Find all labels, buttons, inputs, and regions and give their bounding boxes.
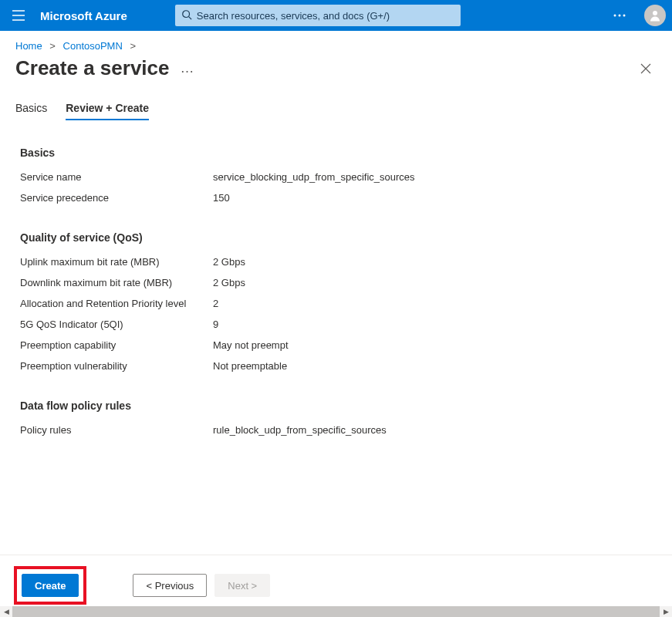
arp-label: Allocation and Retention Priority level: [20, 298, 213, 309]
breadcrumb-home[interactable]: Home: [15, 40, 42, 52]
fiveqi-label: 5G QoS Indicator (5QI): [20, 319, 213, 330]
scroll-left-icon[interactable]: ◀: [0, 606, 12, 617]
kv-row: Downlink maximum bit rate (MBR) 2 Gbps: [20, 277, 652, 288]
service-precedence-label: Service precedence: [20, 192, 213, 204]
preempt-cap-value: May not preempt: [213, 339, 289, 351]
topbar-more-icon[interactable]: [607, 3, 632, 28]
azure-topbar: Microsoft Azure: [0, 0, 672, 31]
service-name-label: Service name: [20, 171, 213, 183]
preempt-vul-value: Not preemptable: [213, 360, 287, 372]
uplink-mbr-value: 2 Gbps: [213, 256, 245, 268]
kv-row: Service name service_blocking_udp_from_s…: [20, 171, 652, 183]
svg-point-5: [653, 11, 657, 15]
uplink-mbr-label: Uplink maximum bit rate (MBR): [20, 256, 213, 268]
kv-row: Service precedence 150: [20, 192, 652, 204]
policy-rules-label: Policy rules: [20, 424, 213, 436]
service-precedence-value: 150: [213, 192, 230, 204]
scroll-right-icon[interactable]: ▶: [660, 606, 672, 617]
previous-button[interactable]: < Previous: [133, 574, 207, 597]
svg-point-4: [623, 15, 626, 17]
policy-rules-value: rule_block_udp_from_specific_sources: [213, 424, 387, 436]
create-button[interactable]: Create: [22, 574, 79, 597]
section-heading-basics: Basics: [20, 147, 652, 159]
title-more-icon[interactable]: …: [180, 60, 194, 76]
downlink-mbr-value: 2 Gbps: [213, 277, 245, 288]
preempt-cap-label: Preemption capability: [20, 339, 213, 351]
brand-label: Microsoft Azure: [40, 9, 143, 22]
hamburger-menu-icon[interactable]: [6, 3, 31, 28]
service-name-value: service_blocking_udp_from_specific_sourc…: [213, 171, 415, 183]
scrollbar-thumb[interactable]: [12, 606, 660, 617]
kv-row: Policy rules rule_block_udp_from_specifi…: [20, 424, 652, 436]
page-title: Create a service: [15, 56, 169, 80]
breadcrumb-resource[interactable]: ContosoPMN: [63, 40, 123, 52]
svg-point-0: [183, 10, 190, 17]
kv-row: Preemption capability May not preempt: [20, 339, 652, 351]
search-input[interactable]: [197, 10, 454, 22]
breadcrumb-separator: >: [45, 40, 60, 52]
kv-row: Preemption vulnerability Not preemptable: [20, 360, 652, 372]
downlink-mbr-label: Downlink maximum bit rate (MBR): [20, 277, 213, 288]
global-search[interactable]: [175, 5, 461, 26]
preempt-vul-label: Preemption vulnerability: [20, 360, 213, 372]
svg-point-3: [619, 15, 621, 17]
wizard-tabs: Basics Review + Create: [0, 97, 672, 120]
fiveqi-value: 9: [213, 319, 218, 330]
title-row: Create a service …: [0, 56, 672, 97]
create-button-highlight: Create: [14, 566, 86, 605]
arp-value: 2: [213, 298, 218, 309]
next-button: Next >: [214, 574, 270, 597]
svg-point-2: [614, 15, 616, 17]
review-content: Basics Service name service_blocking_udp…: [0, 142, 672, 445]
section-heading-qos: Quality of service (QoS): [20, 231, 652, 244]
kv-row: 5G QoS Indicator (5QI) 9: [20, 319, 652, 330]
breadcrumb: Home > ContosoPMN >: [0, 31, 672, 56]
horizontal-scrollbar[interactable]: ◀ ▶: [0, 606, 672, 617]
tab-review-create[interactable]: Review + Create: [66, 97, 149, 120]
kv-row: Uplink maximum bit rate (MBR) 2 Gbps: [20, 256, 652, 268]
tab-basics[interactable]: Basics: [15, 97, 47, 120]
svg-line-1: [188, 16, 191, 19]
kv-row: Allocation and Retention Priority level …: [20, 298, 652, 309]
breadcrumb-separator: >: [125, 40, 140, 52]
close-icon[interactable]: [635, 58, 657, 79]
search-icon: [181, 9, 192, 22]
user-avatar[interactable]: [644, 5, 666, 26]
wizard-footer: Create < Previous Next >: [0, 555, 672, 605]
section-heading-rules: Data flow policy rules: [20, 400, 652, 412]
